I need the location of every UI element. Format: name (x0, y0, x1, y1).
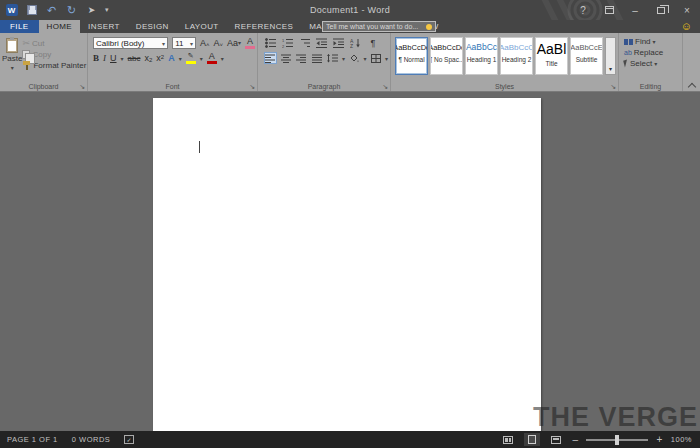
tell-me-search-input[interactable]: Tell me what you want to do... (322, 21, 436, 32)
redo-icon[interactable]: ↻ (65, 4, 78, 17)
customize-qat-chevron-icon[interactable]: ▾ (105, 6, 109, 14)
text-effects-button[interactable]: A (168, 54, 175, 63)
editing-group: Find▾ ab Replace Select▾ Editing (619, 33, 683, 91)
web-layout-button[interactable] (548, 433, 564, 446)
shading-chevron-icon[interactable]: ▾ (363, 55, 366, 62)
tab-file[interactable]: FILE (0, 20, 39, 33)
style-title[interactable]: AaBl Title (535, 37, 568, 75)
style-subtitle[interactable]: AaBbCcE Subtitle (570, 37, 603, 75)
styles-gallery-more-button[interactable]: ▾ (605, 37, 616, 75)
proofing-status-icon[interactable]: ✓ (124, 435, 134, 444)
styles-dialog-launcher-icon[interactable]: ↘ (610, 83, 616, 90)
page-count-status[interactable]: PAGE 1 OF 1 (7, 435, 58, 444)
shading-button[interactable] (348, 52, 360, 64)
select-button[interactable]: Select▾ (624, 59, 682, 68)
align-left-button[interactable] (264, 52, 277, 64)
superscript-button[interactable]: x2 (156, 54, 164, 63)
style-heading-2[interactable]: AaBbCcC Heading 2 (500, 37, 533, 75)
multilevel-list-button[interactable] (298, 37, 312, 49)
paste-label: Paste (2, 54, 22, 63)
undo-icon[interactable]: ↶ (45, 4, 58, 17)
subscript-button[interactable]: x2 (144, 54, 152, 63)
document-page[interactable] (153, 98, 541, 431)
restore-icon[interactable] (648, 0, 674, 20)
clear-formatting-button[interactable]: A (245, 37, 255, 49)
paste-clipboard-icon (6, 38, 18, 53)
save-icon[interactable] (25, 4, 38, 17)
word-count-status[interactable]: 0 WORDS (72, 435, 111, 444)
grow-font-button[interactable]: A˄ (200, 39, 210, 48)
underline-button[interactable]: U (110, 54, 117, 63)
font-group-label: Font (88, 83, 257, 90)
zoom-out-button[interactable]: – (572, 435, 578, 445)
bold-button[interactable]: B (93, 54, 99, 63)
font-color-chevron-icon[interactable]: ▾ (221, 55, 224, 62)
zoom-slider[interactable] (586, 439, 648, 441)
tell-me-placeholder: Tell me what you want to do... (326, 23, 426, 30)
line-spacing-button[interactable] (326, 52, 338, 64)
zoom-level-label[interactable]: 100% (671, 435, 692, 444)
tab-layout[interactable]: LAYOUT (177, 20, 227, 33)
style-heading-1[interactable]: AaBbCc Heading 1 (465, 37, 498, 75)
collapse-ribbon-icon[interactable] (688, 81, 696, 89)
justify-button[interactable] (311, 52, 323, 64)
tab-insert[interactable]: INSERT (80, 20, 128, 33)
decrease-indent-icon (316, 38, 328, 48)
highlight-chevron-icon[interactable]: ▾ (200, 55, 203, 62)
find-button[interactable]: Find▾ (624, 37, 682, 46)
text-effects-chevron-icon[interactable]: ▾ (179, 55, 182, 62)
paste-button[interactable]: Paste ▾ (2, 36, 22, 80)
sort-button[interactable]: AZ (349, 37, 363, 49)
align-center-button[interactable] (280, 52, 292, 64)
replace-icon: ab (624, 49, 632, 57)
read-mode-button[interactable] (500, 433, 516, 446)
italic-button[interactable]: I (103, 54, 106, 63)
zoom-slider-thumb[interactable] (615, 435, 619, 445)
ribbon-display-options-icon[interactable] (596, 0, 622, 20)
touch-mode-icon[interactable]: ➤ (85, 4, 98, 17)
change-case-button[interactable]: Aa▾ (227, 39, 241, 48)
help-icon[interactable]: ? (570, 0, 596, 20)
cut-button[interactable]: ✂ Cut (22, 39, 86, 48)
underline-chevron-icon[interactable]: ▾ (121, 55, 124, 62)
zoom-in-button[interactable]: + (656, 435, 662, 445)
style-no-spacing[interactable]: AaBbCcDc ¶ No Spac... (430, 37, 463, 75)
borders-button[interactable] (369, 52, 381, 64)
paragraph-dialog-launcher-icon[interactable]: ↘ (382, 83, 388, 90)
styles-group-label: Styles (391, 83, 618, 90)
line-spacing-icon (327, 54, 339, 63)
decrease-indent-button[interactable] (315, 37, 329, 49)
show-hide-formatting-button[interactable]: ¶ (366, 37, 380, 49)
minimize-icon[interactable]: – (622, 0, 648, 20)
tab-home[interactable]: HOME (39, 20, 81, 33)
line-spacing-chevron-icon[interactable]: ▾ (342, 55, 345, 62)
bullets-button[interactable] (264, 37, 278, 49)
increase-indent-button[interactable] (332, 37, 346, 49)
numbering-button[interactable]: 12 (281, 37, 295, 49)
shrink-font-button[interactable]: A˅ (213, 39, 223, 48)
font-size-combo[interactable]: 11▾ (172, 37, 196, 49)
paragraph-group: 12 AZ ¶ (258, 33, 391, 91)
borders-chevron-icon[interactable]: ▾ (385, 55, 388, 62)
strikethrough-button[interactable]: abc (128, 54, 141, 63)
style-normal[interactable]: AaBbCcDc ¶ Normal (395, 37, 428, 75)
font-name-combo[interactable]: Calibri (Body)▾ (93, 37, 168, 49)
tab-design[interactable]: DESIGN (128, 20, 177, 33)
replace-button[interactable]: ab Replace (624, 48, 682, 57)
ribbon-right-spacer (683, 33, 700, 91)
borders-icon (371, 54, 381, 63)
copy-button[interactable]: Copy (22, 50, 86, 59)
paste-chevron-icon[interactable]: ▾ (11, 64, 14, 71)
print-layout-button[interactable] (524, 433, 540, 446)
clipboard-dialog-launcher-icon[interactable]: ↘ (79, 83, 85, 90)
text-highlight-button[interactable]: ✎ (186, 52, 196, 64)
close-icon[interactable]: × (674, 0, 700, 20)
send-a-smile-icon[interactable]: ☺ (681, 21, 692, 32)
font-color-button[interactable]: A (207, 52, 217, 64)
font-dialog-launcher-icon[interactable]: ↘ (249, 83, 255, 90)
align-right-button[interactable] (295, 52, 307, 64)
tab-references[interactable]: REFERENCES (227, 20, 302, 33)
titlebar: W ↶ ↻ ➤ ▾ Document1 - Word ? – × (0, 0, 700, 20)
ribbon: Paste ▾ ✂ Cut Copy Format Painter Clipbo… (0, 33, 700, 92)
window-controls: ? – × (570, 0, 700, 20)
